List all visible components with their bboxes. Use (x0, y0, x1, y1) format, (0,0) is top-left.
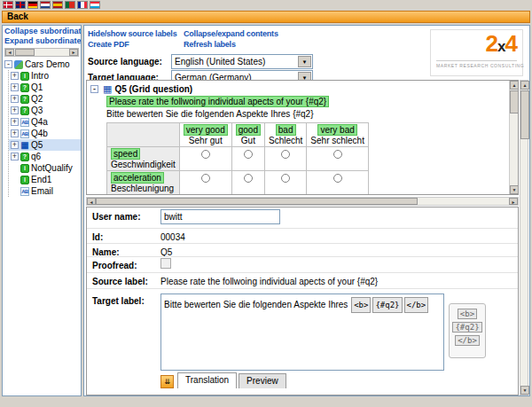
scroll-right-icon[interactable]: ► (69, 49, 78, 56)
h-scroll-thumb[interactable] (96, 198, 418, 205)
bold-open-tag-chip[interactable]: <b> (351, 297, 371, 313)
user-name-input[interactable] (160, 209, 280, 224)
scroll-left-icon[interactable]: ◄ (87, 198, 96, 205)
flag-spain-icon[interactable] (52, 1, 63, 9)
tree-scroll-track[interactable] (14, 49, 69, 56)
sidebar-item-q3[interactable]: + ? Q3 (9, 105, 81, 116)
column-target-label: Gut (236, 136, 261, 145)
expand-subordinate-link[interactable]: Expand subordinate ▾ (3, 35, 81, 45)
collapse-subordinate-link[interactable]: Collapse subordinate ▾ (3, 26, 81, 35)
sidebar-item-email[interactable]: AB Email (9, 185, 81, 197)
sidebar-item-q4b[interactable]: + AB Q4b (9, 128, 81, 139)
scroll-right-icon[interactable]: ► (509, 198, 518, 205)
grid-corner-cell (107, 123, 180, 147)
collapse-expand-contents-link[interactable]: Collapse/expand contents (184, 29, 278, 38)
tree-item-label: Email (31, 186, 53, 196)
company-logo: 2x4 MARKET RESEARCH CONSULTING (430, 29, 523, 76)
question-icon: ? (20, 95, 29, 104)
radio-button[interactable] (281, 150, 290, 159)
editor-toggle-button[interactable]: ⇊ (160, 375, 174, 388)
sidebar-item-q2[interactable]: + ? Q2 (9, 93, 81, 105)
hide-show-source-labels-link[interactable]: Hide/show source labels (88, 29, 176, 38)
sidebar-item-q6[interactable]: + ? q6 (9, 151, 81, 162)
main-panel: Hide/show source labels Collapse/expand … (83, 25, 530, 396)
expand-icon[interactable]: + (11, 153, 19, 160)
collapse-icon[interactable]: - (90, 85, 98, 93)
radio-button[interactable] (201, 174, 210, 183)
flag-united-kingdom-icon[interactable] (15, 1, 26, 9)
tree-item-label: q6 (31, 152, 41, 161)
info-page-icon: i (20, 164, 29, 173)
collapse-icon[interactable]: - (4, 60, 12, 68)
tree-children: + i Intro + ? Q1 + ? Q2 + ? Q3 (8, 70, 81, 197)
translation-form-panel: User name: Id: 00034 Name: Q5 Proofread:… (86, 207, 519, 395)
radio-button[interactable] (281, 174, 290, 183)
h-scroll-track[interactable] (96, 198, 509, 205)
sidebar-item-q4a[interactable]: + AB Q4a (9, 116, 81, 128)
answer-cell (264, 195, 306, 196)
preview-vertical-scrollbar[interactable]: ▲ ▼ (509, 81, 518, 194)
logo-tagline: MARKET RESEARCH CONSULTING (436, 60, 517, 68)
radio-button[interactable] (333, 150, 342, 159)
tree-root-cars-demo[interactable]: - Cars Demo (3, 59, 81, 70)
expand-icon[interactable]: + (11, 106, 19, 114)
scroll-left-icon[interactable]: ◄ (5, 49, 14, 56)
back-button[interactable]: Back (2, 11, 530, 23)
tag-palette: <b> {#q2} </b> (449, 303, 486, 358)
bold-open-tag-chip[interactable]: <b> (458, 309, 477, 319)
source-label-value: Please rate the follwoing individual ape… (160, 277, 378, 286)
tree-item-label: Q4b (31, 129, 48, 138)
refresh-labels-link[interactable]: Refresh labels (184, 40, 236, 49)
flag-denmark-icon[interactable] (3, 1, 13, 9)
scroll-up-icon[interactable]: ▲ (510, 81, 519, 90)
tree-scroll-thumb[interactable] (15, 49, 35, 56)
main-scroll-thumb[interactable] (520, 90, 529, 139)
grid-column-header: very bad Sehr schlecht (307, 123, 369, 147)
survey-icon (14, 60, 23, 69)
radio-button[interactable] (244, 174, 253, 183)
question-header: - ▦ Q5 (Grid question) (90, 83, 192, 95)
flag-luxembourg-icon[interactable] (90, 1, 100, 9)
scroll-up-icon[interactable]: ▲ (520, 81, 529, 90)
column-source-label: very good (184, 124, 228, 136)
flag-france-icon[interactable] (77, 1, 88, 9)
target-label-editor[interactable]: Bitte bewerten Sie die folgenden Aspekte… (160, 294, 444, 371)
tab-preview[interactable]: Preview (239, 373, 286, 388)
preview-horizontal-scrollbar[interactable]: ◄ ► (86, 197, 519, 206)
expand-icon[interactable]: + (11, 141, 19, 149)
q2-placeholder-chip[interactable]: {#q2} (452, 322, 481, 333)
q2-placeholder-chip[interactable]: {#q2} (372, 297, 402, 313)
divider (87, 256, 518, 257)
tab-translation[interactable]: Translation (177, 372, 237, 388)
scroll-down-icon[interactable]: ▼ (510, 185, 519, 194)
radio-button[interactable] (201, 150, 210, 159)
radio-button[interactable] (333, 174, 342, 183)
expand-icon[interactable]: + (11, 118, 19, 126)
expand-icon[interactable]: + (11, 83, 19, 91)
flag-germany-icon[interactable] (27, 1, 38, 9)
preview-scroll-thumb[interactable] (510, 90, 519, 113)
sidebar-item-end1[interactable]: i End1 (9, 174, 81, 185)
bold-close-tag-chip[interactable]: </b> (404, 297, 429, 313)
sidebar-item-q1[interactable]: + ? Q1 (9, 82, 81, 93)
radio-button[interactable] (244, 150, 253, 159)
expand-icon[interactable]: + (11, 72, 19, 80)
create-pdf-link[interactable]: Create PDF (88, 40, 129, 49)
proofread-checkbox[interactable] (160, 258, 171, 269)
flag-portugal-icon[interactable] (65, 1, 75, 9)
main-vertical-scrollbar[interactable]: ▲ ▼ (520, 80, 528, 395)
tree-horizontal-scrollbar[interactable]: ◄ ► (4, 48, 79, 57)
open-text-icon: AB (20, 118, 29, 127)
expand-icon[interactable]: + (11, 95, 19, 103)
question-target-text: Bitte bewerten Sie die folgenden Aspekte… (106, 109, 314, 119)
source-language-select[interactable]: English (United States) ▼ (171, 54, 313, 69)
tree-item-label: End1 (31, 175, 51, 184)
sidebar-item-intro[interactable]: + i Intro (9, 70, 81, 82)
flag-netherlands-icon[interactable] (40, 1, 51, 9)
editor-tabbar: ⇊ Translation Preview (160, 372, 286, 388)
sidebar-item-notqualify[interactable]: i NotQualify (9, 162, 81, 174)
sidebar-item-q5[interactable]: + ▦ Q5 (9, 139, 81, 151)
scroll-down-icon[interactable]: ▼ (520, 386, 529, 395)
expand-icon[interactable]: + (11, 129, 19, 137)
bold-close-tag-chip[interactable]: </b> (455, 335, 480, 346)
